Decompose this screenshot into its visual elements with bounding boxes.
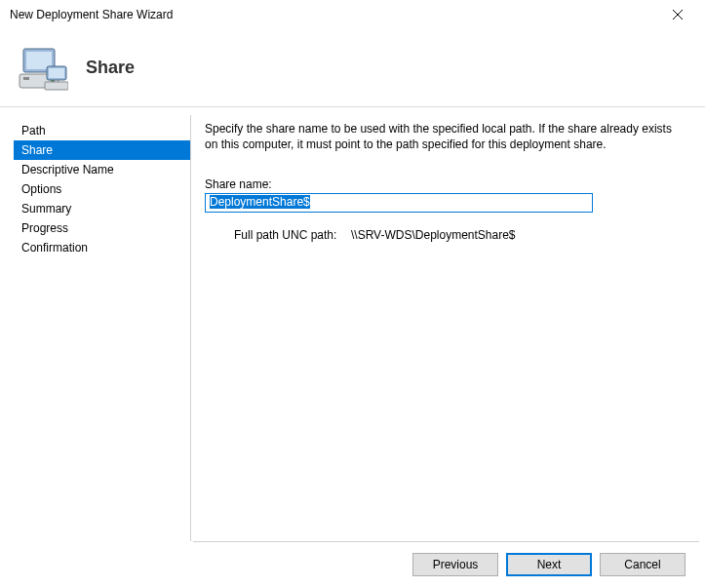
titlebar: New Deployment Share Wizard [0,0,705,29]
sidebar-item-summary[interactable]: Summary [14,199,190,218]
wizard-content: Specify the share name to be used with t… [191,107,705,541]
page-title: Share [86,58,135,78]
wizard-footer: Previous Next Cancel [193,541,699,586]
computer-icon [18,45,68,92]
share-name-label: Share name: [205,177,687,191]
next-button[interactable]: Next [506,553,592,576]
close-icon [673,10,683,20]
close-button[interactable] [658,1,697,28]
svg-rect-9 [45,82,68,90]
wizard-body: PathShareDescriptive NameOptionsSummaryP… [0,107,705,541]
sidebar-item-confirmation[interactable]: Confirmation [14,238,190,257]
sidebar-item-share[interactable]: Share [14,140,190,160]
cancel-button[interactable]: Cancel [600,553,685,576]
instructions-text: Specify the share name to be used with t… [205,121,687,152]
sidebar-item-descriptive-name[interactable]: Descriptive Name [14,160,190,179]
sidebar-item-options[interactable]: Options [14,179,190,199]
wizard-header: Share [0,29,705,107]
previous-button[interactable]: Previous [412,553,498,576]
sidebar-item-progress[interactable]: Progress [14,218,190,238]
window-title: New Deployment Share Wizard [10,8,173,21]
share-name-input[interactable]: DeploymentShare$ [205,193,593,213]
wizard-sidebar: PathShareDescriptive NameOptionsSummaryP… [0,107,190,541]
svg-rect-5 [23,77,29,80]
unc-path-value: \\SRV-WDS\DeploymentShare$ [351,228,516,242]
sidebar-item-path[interactable]: Path [14,121,190,140]
unc-path-label: Full path UNC path: [234,228,351,242]
svg-rect-8 [49,68,64,78]
unc-path-row: Full path UNC path: \\SRV-WDS\Deployment… [205,228,687,242]
share-name-value: DeploymentShare$ [210,195,310,209]
